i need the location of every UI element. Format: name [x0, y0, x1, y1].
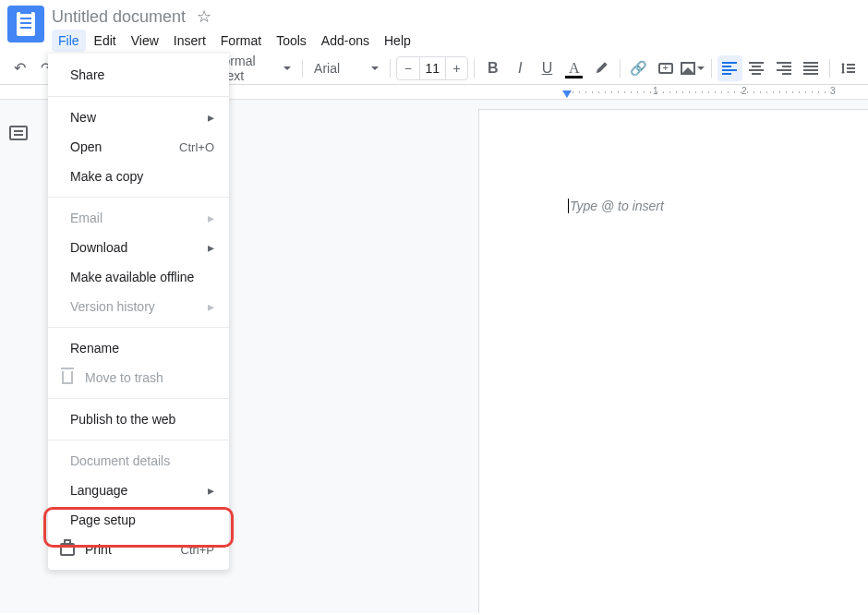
editor-placeholder[interactable]: Type @ to insert [568, 199, 664, 213]
menu-item-label: Open [70, 139, 102, 154]
ruler-label: 3 [830, 86, 836, 96]
insert-comment-button[interactable] [653, 55, 678, 81]
paragraph-style-select[interactable]: ormal text [218, 54, 297, 83]
line-spacing-button[interactable] [836, 55, 861, 81]
align-left-icon [722, 62, 737, 75]
docs-logo-icon [17, 12, 35, 36]
trash-icon [59, 371, 76, 384]
toolbar-separator [302, 59, 303, 78]
menu-separator [48, 398, 229, 399]
menu-item-label: Move to trash [85, 370, 163, 385]
bold-button[interactable]: B [480, 55, 505, 81]
menu-item-publish-web[interactable]: Publish to the web [48, 404, 229, 434]
highlighter-icon [594, 61, 609, 76]
menu-item-label: Share [70, 67, 104, 82]
font-family-select[interactable]: Arial [308, 61, 384, 76]
submenu-arrow-icon: ▸ [208, 483, 214, 498]
align-center-button[interactable] [744, 55, 769, 81]
toolbar-separator [390, 59, 391, 78]
toolbar-separator [829, 59, 830, 78]
font-family-label: Arial [314, 61, 340, 76]
paragraph-style-label: ormal text [223, 54, 279, 83]
menu-item-download[interactable]: Download ▸ [48, 233, 229, 262]
align-right-icon [777, 62, 791, 75]
menu-addons[interactable]: Add-ons [315, 30, 376, 52]
menu-item-label: Publish to the web [70, 412, 175, 427]
submenu-arrow-icon: ▸ [208, 299, 214, 314]
menu-item-shortcut: Ctrl+P [181, 543, 214, 557]
menu-format[interactable]: Format [214, 30, 268, 52]
menu-insert[interactable]: Insert [167, 30, 212, 52]
submenu-arrow-icon: ▸ [208, 240, 214, 255]
page[interactable]: Type @ to insert [478, 109, 868, 613]
italic-button[interactable]: I [508, 55, 533, 81]
menu-item-new[interactable]: New ▸ [48, 102, 229, 132]
align-right-button[interactable] [771, 55, 796, 81]
undo-button[interactable]: ↶ [7, 55, 32, 81]
menu-item-print[interactable]: Print Ctrl+P [48, 535, 229, 564]
menu-item-open[interactable]: Open Ctrl+O [48, 132, 229, 162]
align-left-button[interactable] [717, 55, 742, 81]
menu-item-language[interactable]: Language ▸ [48, 476, 229, 505]
menu-item-label: Make available offline [70, 270, 194, 284]
menu-item-version-history: Version history ▸ [48, 292, 229, 321]
ruler-tickmarks [573, 91, 850, 93]
header: Untitled document ☆ File Edit View Inser… [0, 0, 868, 52]
insert-image-button[interactable] [680, 55, 705, 81]
ruler-first-line-indent-marker[interactable] [562, 90, 572, 98]
menu-item-shortcut: Ctrl+O [179, 140, 214, 154]
menu-item-make-copy[interactable]: Make a copy [48, 162, 229, 191]
file-dropdown: Share New ▸ Open Ctrl+O Make a copy Emai… [48, 54, 229, 570]
menu-separator [48, 96, 229, 97]
menu-file[interactable]: File [52, 30, 86, 52]
menu-separator [48, 327, 229, 328]
insert-link-button[interactable]: 🔗 [626, 55, 651, 81]
font-size-value[interactable]: 11 [419, 57, 446, 79]
chevron-down-icon [283, 66, 291, 70]
font-size-group: − 11 + [396, 56, 468, 80]
docs-logo[interactable] [7, 6, 44, 42]
menu-edit[interactable]: Edit [88, 30, 123, 52]
left-rail [0, 100, 37, 613]
submenu-arrow-icon: ▸ [208, 211, 214, 225]
align-center-icon [749, 62, 764, 75]
star-icon[interactable]: ☆ [197, 6, 211, 27]
menu-item-move-to-trash: Move to trash [48, 363, 229, 392]
document-title[interactable]: Untitled document [52, 7, 186, 27]
menu-view[interactable]: View [125, 30, 165, 52]
font-size-decrease-button[interactable]: − [397, 57, 418, 79]
link-icon: 🔗 [630, 60, 647, 77]
menu-separator [48, 197, 229, 198]
font-size-increase-button[interactable]: + [446, 57, 467, 79]
menu-item-share[interactable]: Share [48, 59, 229, 90]
chevron-down-icon [371, 66, 379, 70]
menubar: File Edit View Insert Format Tools Add-o… [52, 30, 861, 52]
menu-item-label: Email [70, 211, 102, 225]
document-outline-icon[interactable] [9, 126, 28, 140]
menu-item-label: Language [70, 483, 127, 498]
menu-item-email: Email ▸ [48, 203, 229, 233]
menu-item-page-setup[interactable]: Page setup [48, 505, 229, 535]
menu-item-label: Download [70, 240, 127, 255]
menu-item-document-details: Document details [48, 446, 229, 476]
menu-item-label: New [70, 110, 96, 125]
underline-button[interactable]: U [535, 55, 560, 81]
menu-separator [48, 440, 229, 440]
menu-help[interactable]: Help [378, 30, 417, 52]
ruler-label: 1 [653, 86, 658, 96]
text-color-button[interactable]: A [561, 55, 586, 81]
highlight-button[interactable] [588, 55, 613, 81]
print-icon [59, 543, 76, 556]
comment-icon [658, 63, 673, 74]
menu-item-available-offline[interactable]: Make available offline [48, 262, 229, 292]
menu-item-rename[interactable]: Rename [48, 333, 229, 363]
menu-item-label: Rename [70, 341, 119, 356]
menu-item-label: Page setup [70, 512, 136, 527]
menu-item-label: Document details [70, 453, 170, 468]
align-justify-button[interactable] [798, 55, 823, 81]
menu-tools[interactable]: Tools [270, 30, 313, 52]
toolbar-separator [711, 59, 712, 78]
line-spacing-icon [840, 61, 855, 76]
align-justify-icon [803, 62, 818, 75]
menu-item-label: Print [85, 542, 112, 557]
